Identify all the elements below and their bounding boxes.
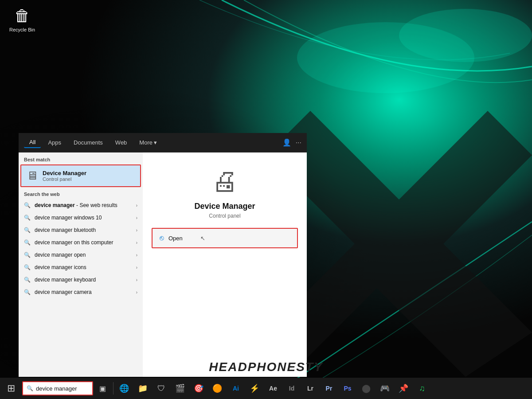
app2-button[interactable]: 🟠 bbox=[208, 379, 226, 397]
tab-more[interactable]: More ▾ bbox=[134, 137, 162, 148]
best-match-title: Device Manager bbox=[43, 170, 86, 176]
recycle-bin-icon: 🗑 bbox=[14, 7, 30, 25]
recycle-bin-label: Recycle Bin bbox=[9, 27, 35, 32]
best-match-text: Device Manager Control panel bbox=[43, 170, 86, 182]
app10-button[interactable]: ⬤ bbox=[357, 379, 375, 397]
app5-button[interactable]: Ae bbox=[264, 379, 282, 397]
taskbar: ⊞ 🔍 device manager ▣ 🌐 📁 🛡 🎬 🎯 🟠 Ai ⚡ Ae… bbox=[0, 378, 532, 399]
tabs-right-actions: 👤 ··· bbox=[282, 138, 301, 147]
suggestion-on-this-computer[interactable]: 🔍 device manager on this computer › bbox=[19, 236, 143, 249]
cursor-indicator: ↖ bbox=[200, 235, 205, 242]
chevron-right-icon-8: › bbox=[136, 290, 137, 295]
app3-button[interactable]: Ai bbox=[227, 379, 245, 397]
open-button[interactable]: ⎋ Open ↖ bbox=[152, 228, 298, 248]
app6-button[interactable]: Id bbox=[283, 379, 301, 397]
taskbar-search-text: device manager bbox=[36, 385, 77, 392]
open-icon: ⎋ bbox=[160, 234, 164, 242]
suggestion-text-4: device manager on this computer bbox=[35, 239, 136, 246]
search-icon-2: 🔍 bbox=[24, 215, 30, 221]
app12-button[interactable]: 📌 bbox=[395, 379, 412, 397]
device-manager-icon: 🖥 bbox=[27, 169, 38, 183]
best-match-subtitle: Control panel bbox=[43, 176, 86, 182]
chevron-right-icon-1: › bbox=[136, 203, 137, 208]
app4-button[interactable]: ⚡ bbox=[246, 379, 263, 397]
suggestion-text-1: device manager - See web results bbox=[35, 202, 136, 208]
edge-button[interactable]: 🌐 bbox=[115, 379, 133, 397]
app-title-large: Device Manager bbox=[194, 202, 255, 211]
tab-web[interactable]: Web bbox=[110, 137, 133, 148]
search-icon-5: 🔍 bbox=[24, 252, 30, 258]
open-label: Open bbox=[168, 235, 183, 242]
search-icon-4: 🔍 bbox=[24, 239, 30, 246]
chevron-right-icon-3: › bbox=[136, 228, 137, 233]
suggestion-text-3: device manager bluetooth bbox=[35, 227, 136, 233]
right-panel: 🖨 Device Manager Control panel ⎋ Open ↖ bbox=[143, 153, 307, 377]
search-icon: 🔍 bbox=[24, 202, 30, 208]
chevron-right-icon-2: › bbox=[136, 215, 137, 220]
suggestion-text-7: device manager keyboard bbox=[35, 277, 136, 283]
tab-documents[interactable]: Documents bbox=[68, 137, 108, 148]
search-web-label: Search the web bbox=[19, 187, 143, 199]
suggestion-bluetooth[interactable]: 🔍 device manager bluetooth › bbox=[19, 224, 143, 236]
file-explorer-button[interactable]: 📁 bbox=[134, 379, 152, 397]
tabs-bar: All Apps Documents Web More ▾ 👤 ··· bbox=[19, 133, 307, 153]
more-options-icon[interactable]: ··· bbox=[296, 139, 301, 147]
suggestion-text-2: device manager windows 10 bbox=[35, 215, 136, 221]
start-button[interactable]: ⊞ bbox=[2, 379, 20, 397]
suggestion-text-8: device manager camera bbox=[35, 289, 136, 295]
app9-button[interactable]: Ps bbox=[339, 379, 356, 397]
app1-button[interactable]: 🎯 bbox=[190, 379, 207, 397]
app-icon-large: 🖨 bbox=[211, 166, 238, 196]
app7-button[interactable]: Lr bbox=[301, 379, 319, 397]
search-icon-8: 🔍 bbox=[24, 289, 30, 295]
app11-button[interactable]: 🎮 bbox=[376, 379, 394, 397]
best-match-item[interactable]: 🖥 Device Manager Control panel bbox=[20, 164, 141, 187]
taskbar-search-icon: 🔍 bbox=[27, 385, 33, 391]
suggestion-open[interactable]: 🔍 device manager open › bbox=[19, 249, 143, 261]
chevron-right-icon-6: › bbox=[136, 265, 137, 270]
main-content: Best match 🖥 Device Manager Control pane… bbox=[19, 153, 307, 377]
suggestion-text-6: device manager icons bbox=[35, 264, 136, 270]
taskbar-separator bbox=[113, 382, 113, 395]
security-button[interactable]: 🛡 bbox=[153, 379, 170, 397]
recycle-bin[interactable]: 🗑 Recycle Bin bbox=[9, 7, 35, 32]
chevron-right-icon-4: › bbox=[136, 240, 137, 245]
app13-button[interactable]: ♫ bbox=[413, 379, 431, 397]
chevron-down-icon: ▾ bbox=[154, 139, 157, 146]
suggestion-icons[interactable]: 🔍 device manager icons › bbox=[19, 261, 143, 274]
search-icon-3: 🔍 bbox=[24, 227, 30, 233]
search-icon-7: 🔍 bbox=[24, 277, 30, 283]
desktop: 🗑 Recycle Bin All Apps Documents Web Mor… bbox=[0, 0, 532, 399]
tab-apps[interactable]: Apps bbox=[43, 137, 66, 148]
chevron-right-icon-7: › bbox=[136, 278, 137, 282]
app8-button[interactable]: Pr bbox=[320, 379, 338, 397]
user-icon[interactable]: 👤 bbox=[282, 138, 291, 147]
taskbar-search-box[interactable]: 🔍 device manager bbox=[22, 381, 93, 395]
suggestion-keyboard[interactable]: 🔍 device manager keyboard › bbox=[19, 274, 143, 286]
app-subtitle: Control panel bbox=[209, 213, 240, 219]
media-button[interactable]: 🎬 bbox=[171, 379, 189, 397]
suggestion-windows10[interactable]: 🔍 device manager windows 10 › bbox=[19, 211, 143, 224]
best-match-label: Best match bbox=[19, 153, 143, 164]
task-view-button[interactable]: ▣ bbox=[94, 379, 111, 397]
suggestion-device-manager[interactable]: 🔍 device manager - See web results › bbox=[19, 199, 143, 211]
search-panel: All Apps Documents Web More ▾ 👤 ··· Best… bbox=[19, 133, 307, 377]
left-panel: Best match 🖥 Device Manager Control pane… bbox=[19, 153, 143, 377]
svg-point-3 bbox=[399, 9, 532, 62]
suggestion-text-5: device manager open bbox=[35, 252, 136, 258]
chevron-right-icon-5: › bbox=[136, 253, 137, 258]
suggestion-camera[interactable]: 🔍 device manager camera › bbox=[19, 286, 143, 298]
tab-all[interactable]: All bbox=[24, 137, 41, 148]
search-icon-6: 🔍 bbox=[24, 264, 30, 270]
watermark: HEADPHONESTY bbox=[209, 360, 323, 374]
